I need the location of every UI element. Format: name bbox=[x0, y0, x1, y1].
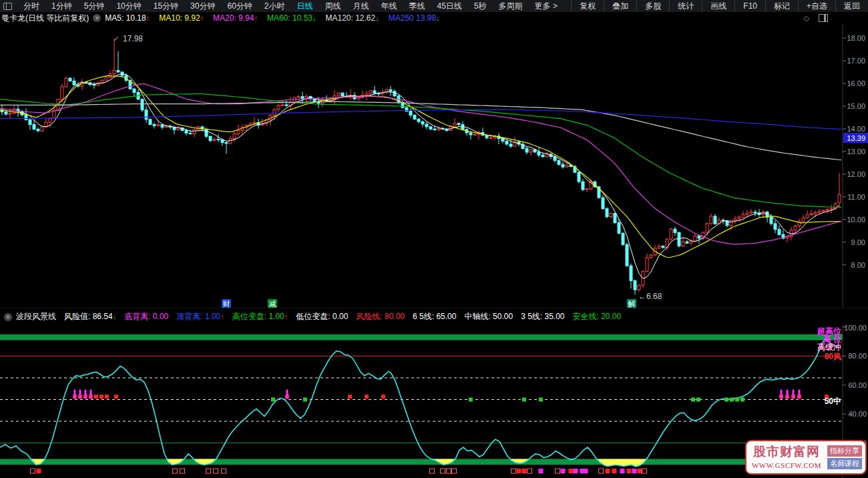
bottom-marker-hollow bbox=[214, 469, 218, 473]
bottom-marker-red bbox=[627, 469, 632, 473]
candle-body bbox=[694, 236, 696, 241]
candle-body bbox=[133, 89, 136, 92]
indicator-band bbox=[0, 459, 843, 465]
sub-tick-label: 60.00 bbox=[848, 381, 867, 389]
period-item-10分钟[interactable]: 10分钟 bbox=[110, 1, 147, 11]
toolbar-button-叠加[interactable]: 叠加 bbox=[604, 0, 636, 12]
bottom-marker-hollow bbox=[441, 469, 445, 473]
candle-body bbox=[337, 93, 340, 95]
zone-label: 高缓冲 bbox=[817, 342, 841, 352]
period-item-季线[interactable]: 季线 bbox=[403, 1, 431, 11]
candle-body bbox=[413, 115, 416, 119]
candle-body bbox=[369, 91, 372, 93]
toolbar-button-复权[interactable]: 复权 bbox=[571, 0, 604, 12]
event-badge-label: 财 bbox=[223, 300, 230, 308]
diamond-icon[interactable]: ◇ bbox=[804, 14, 809, 23]
price-tick-label: 14.00 bbox=[847, 125, 865, 133]
green-signal-square bbox=[724, 398, 728, 402]
candle-body bbox=[341, 93, 344, 96]
bottom-marker-hollow bbox=[206, 469, 211, 473]
candle-body bbox=[161, 125, 164, 128]
period-item-1分钟[interactable]: 1分钟 bbox=[45, 1, 78, 11]
candle-body bbox=[505, 141, 508, 144]
candle-body bbox=[582, 182, 584, 190]
toolbar-button-返回[interactable]: 返回 bbox=[835, 0, 868, 12]
candle-body bbox=[501, 139, 504, 142]
candle-body bbox=[525, 148, 528, 152]
bottom-marker-hollow bbox=[452, 469, 457, 473]
price-tick-label: 16.00 bbox=[847, 79, 865, 87]
low-annotation: ←6.68 bbox=[638, 292, 662, 301]
period-item-多周期[interactable]: 多周期 bbox=[493, 1, 529, 11]
toolbar-button-多股[interactable]: 多股 bbox=[636, 0, 669, 12]
pink-spike-marker bbox=[793, 389, 795, 399]
period-item-周线[interactable]: 周线 bbox=[319, 1, 347, 11]
period-item-60分钟[interactable]: 60分钟 bbox=[221, 1, 258, 11]
watermark-title: 股市财富网 bbox=[753, 445, 820, 459]
main-candlestick-chart[interactable]: 18.0017.0016.0015.0014.0013.0012.0011.00… bbox=[0, 24, 868, 308]
high-pointer bbox=[114, 37, 118, 41]
candle-body bbox=[826, 210, 829, 210]
param-风险值: 风险值: 86.54↓ bbox=[64, 312, 116, 321]
green-signal-square bbox=[539, 398, 543, 402]
period-item-45日线[interactable]: 45日线 bbox=[431, 1, 468, 11]
event-badge-label: 解 bbox=[628, 300, 636, 308]
window-layout-icon[interactable] bbox=[3, 3, 12, 10]
period-item-5秒[interactable]: 5秒 bbox=[468, 1, 493, 11]
split-window-icon[interactable] bbox=[819, 14, 828, 22]
green-signal-square bbox=[522, 398, 526, 402]
period-item-30分钟[interactable]: 30分钟 bbox=[184, 1, 221, 11]
candle-body bbox=[714, 216, 716, 224]
toolbar-button-+自选[interactable]: +自选 bbox=[798, 0, 835, 12]
candle-body bbox=[217, 139, 220, 140]
bottom-marker-hollow bbox=[31, 469, 35, 473]
candle-body bbox=[113, 71, 116, 74]
sub-tick-label: 100.00 bbox=[844, 324, 867, 332]
candle-body bbox=[529, 150, 532, 152]
period-menu: 分时1分钟5分钟10分钟15分钟30分钟60分钟2小时日线周线月线年线季线45日… bbox=[17, 1, 564, 12]
toolbar-button-标记[interactable]: 标记 bbox=[765, 0, 798, 12]
candle-body bbox=[165, 126, 168, 127]
pink-spike-marker bbox=[74, 389, 76, 399]
green-signal-square bbox=[303, 398, 307, 402]
param-风险线: 风险线: 80.00 bbox=[356, 312, 405, 321]
indicator-sub-chart[interactable]: 100.0080.0060.0040.0020.00超高位高 位高缓冲80风50… bbox=[0, 324, 868, 478]
period-item-分时[interactable]: 分时 bbox=[17, 1, 45, 11]
period-item-15分钟[interactable]: 15分钟 bbox=[148, 1, 184, 11]
candle-body bbox=[670, 229, 672, 239]
indicator-collapse-icon[interactable]: ˅ bbox=[4, 313, 12, 321]
candle-body bbox=[25, 115, 27, 120]
candle-body bbox=[297, 97, 300, 97]
candle-body bbox=[622, 233, 624, 244]
candle-body bbox=[626, 244, 628, 266]
candle-body bbox=[566, 166, 568, 168]
price-tick-label: 17.00 bbox=[847, 57, 865, 65]
period-item-更多 >[interactable]: 更多 > bbox=[529, 1, 564, 11]
candle-body bbox=[73, 81, 75, 85]
toolbar-button-F10[interactable]: F10 bbox=[734, 0, 765, 12]
toolbar-button-统计[interactable]: 统计 bbox=[669, 0, 702, 12]
period-item-日线[interactable]: 日线 bbox=[291, 1, 319, 11]
price-tag-label: 13.39 bbox=[847, 134, 865, 142]
bottom-marker-hollow bbox=[511, 469, 516, 473]
candle-body bbox=[686, 242, 688, 243]
candle-body bbox=[562, 164, 564, 167]
period-item-2小时[interactable]: 2小时 bbox=[258, 1, 291, 11]
candle-body bbox=[29, 120, 31, 124]
period-item-5分钟[interactable]: 5分钟 bbox=[78, 1, 111, 11]
candle-body bbox=[313, 99, 316, 101]
price-tick-label: 10.00 bbox=[847, 216, 865, 224]
toolbar-button-画线[interactable]: 画线 bbox=[702, 0, 734, 12]
candle-body bbox=[774, 224, 777, 230]
candle-body bbox=[209, 136, 212, 140]
period-item-年线[interactable]: 年线 bbox=[375, 1, 403, 11]
candle-body bbox=[778, 230, 781, 235]
candle-body bbox=[141, 99, 144, 110]
app-window: 分时1分钟5分钟10分钟15分钟30分钟60分钟2小时日线周线月线年线季线45日… bbox=[0, 0, 868, 478]
collapse-chevron-icon[interactable]: ˅ bbox=[93, 14, 101, 22]
period-item-月线[interactable]: 月线 bbox=[347, 1, 375, 11]
price-tick-label: 13.00 bbox=[847, 148, 865, 156]
green-signal-square bbox=[696, 398, 700, 402]
ma10-line bbox=[0, 75, 841, 258]
bottom-marker-magenta bbox=[574, 469, 578, 473]
